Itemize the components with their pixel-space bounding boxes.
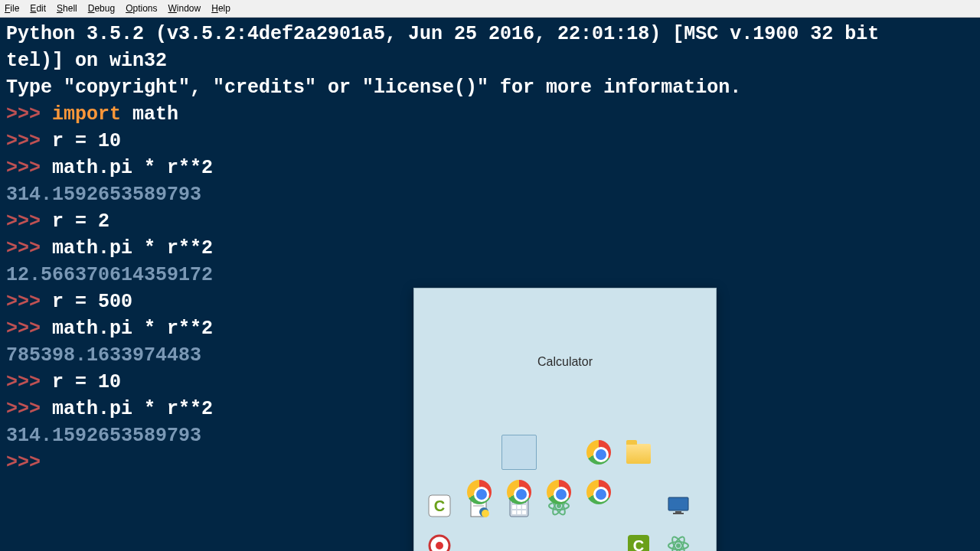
code-input: r = 500 [52,291,132,313]
alt-tab-title: Calculator [414,342,716,378]
app-chrome[interactable] [541,474,577,510]
atom-icon [666,480,691,504]
app-recorder[interactable] [422,474,457,510]
svg-rect-13 [512,510,516,514]
chrome-icon [547,480,571,504]
monitor-icon [666,440,691,465]
record-icon [427,480,452,504]
app-chrome[interactable] [581,474,616,510]
app-calculator[interactable] [501,435,537,470]
app-atom[interactable] [541,435,577,470]
folder-icon [626,444,651,464]
app-camtasia[interactable]: C [422,435,457,470]
svg-rect-14 [518,510,521,514]
alt-tab-switcher: Calculator C [413,288,717,551]
output-value: 314.1592653589793 [6,425,201,447]
camtasia-icon: C [626,480,651,504]
keyword-import: import [52,103,121,126]
app-chrome[interactable] [501,474,537,510]
prompt: >>> [6,371,52,393]
camtasia-icon: C [427,440,452,465]
menu-edit[interactable]: Edit [30,3,46,14]
document-icon [467,440,492,465]
menu-debug[interactable]: Debug [88,3,115,14]
chrome-icon [467,480,492,504]
prompt: >>> [6,210,52,233]
chrome-icon [586,440,611,465]
menu-shell[interactable]: Shell [57,3,77,14]
banner-line-1: Python 3.5.2 (v3.5.2:4def2a2901a5, Jun 2… [6,23,879,45]
app-file-explorer[interactable] [621,435,656,470]
app-desktop[interactable] [661,435,696,470]
prompt: >>> [6,318,52,340]
code-input: math.pi * r**2 [52,398,213,420]
app-atom[interactable] [661,474,696,510]
app-python-doc[interactable] [462,435,497,470]
chrome-icon [586,480,611,504]
code-input: math.pi * r**2 [52,237,213,259]
menu-window[interactable]: Window [168,3,201,14]
menubar: File Edit Shell Debug Options Window Hel… [0,0,980,18]
code-input: r = 10 [52,130,121,152]
alt-tab-grid: C [414,432,716,519]
code-input: math.pi * r**2 [52,318,213,340]
banner-line-3: Type "copyright", "credits" or "license(… [6,77,741,99]
svg-point-7 [482,510,489,517]
app-camtasia[interactable]: C [621,474,656,510]
prompt: >>> [6,398,52,420]
output-value: 12.566370614359172 [6,264,213,286]
menu-file[interactable]: File [5,3,19,14]
menu-help[interactable]: Help [211,3,230,14]
svg-point-27 [676,543,681,548]
svg-text:C: C [633,537,644,551]
code-input: r = 10 [52,371,121,393]
svg-rect-15 [522,510,526,514]
menu-options[interactable]: Options [126,3,157,14]
output-value: 785398.1633974483 [6,344,201,367]
prompt: >>> [6,157,52,179]
prompt: >>> [6,130,52,152]
chrome-icon [507,480,531,504]
app-chrome[interactable] [462,474,497,510]
prompt: >>> [6,291,52,313]
python-shell[interactable]: Python 3.5.2 (v3.5.2:4def2a2901a5, Jun 2… [0,18,980,551]
svg-point-24 [436,542,443,549]
atom-icon [547,440,571,465]
app-chrome[interactable] [581,435,616,470]
code-input: math.pi * r**2 [52,157,213,179]
prompt: >>> [6,237,52,259]
prompt: >>> [6,452,41,474]
banner-line-2: tel)] on win32 [6,50,167,72]
code-input: r = 2 [52,210,109,233]
output-value: 314.1592653589793 [6,184,201,206]
prompt: >>> [6,103,52,126]
module-name: math [132,103,178,126]
calculator-icon [507,440,531,465]
